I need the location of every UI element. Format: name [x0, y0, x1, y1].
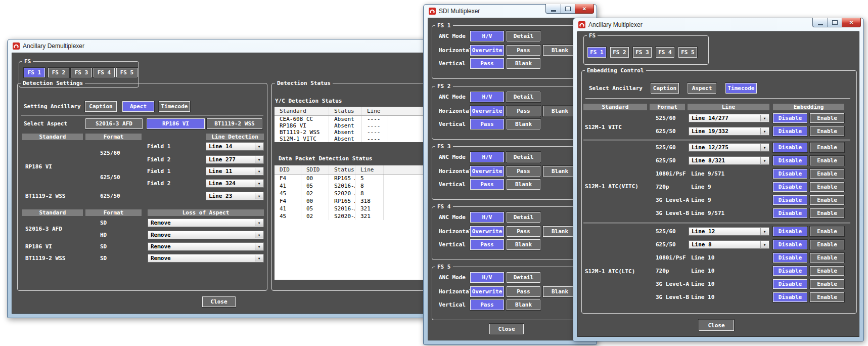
pass-button[interactable]: Pass: [470, 58, 504, 69]
detail-button[interactable]: Detail: [507, 152, 540, 162]
maximize-icon[interactable]: [561, 4, 575, 14]
detail-button[interactable]: Detail: [507, 92, 540, 102]
fs1-button[interactable]: FS 1: [587, 47, 606, 58]
detail-button[interactable]: Detail: [507, 31, 540, 41]
line-dropdown[interactable]: Line 277▼: [206, 155, 264, 164]
caption-button[interactable]: Caption: [85, 101, 117, 112]
close-icon[interactable]: ✕: [842, 18, 861, 27]
pass-button[interactable]: Pass: [507, 226, 540, 237]
loss-of-aspect-dropdown[interactable]: Remove▼: [148, 231, 264, 239]
blank-button[interactable]: Blank: [543, 166, 577, 177]
line-dropdown[interactable]: Line 12▼: [689, 227, 769, 236]
disable-button[interactable]: Disable: [773, 113, 807, 123]
blank-button[interactable]: Blank: [543, 106, 577, 116]
enable-button[interactable]: Enable: [810, 279, 844, 289]
enable-button[interactable]: Enable: [810, 156, 844, 165]
pass-button[interactable]: Pass: [507, 166, 540, 177]
fs3-button[interactable]: FS 3: [633, 47, 652, 58]
overwrite-button[interactable]: Overwrite: [470, 286, 504, 297]
disable-button[interactable]: Disable: [773, 169, 807, 179]
overwrite-button[interactable]: Overwrite: [470, 166, 504, 177]
pass-button[interactable]: Pass: [507, 286, 540, 297]
close-icon[interactable]: ✕: [575, 4, 594, 14]
line-dropdown[interactable]: Line 11▼: [206, 167, 264, 176]
enable-button[interactable]: Enable: [810, 227, 844, 236]
fs2-button[interactable]: FS 2: [48, 68, 69, 77]
bt1119-2-wss-button[interactable]: BT1119-2 WSS: [207, 118, 262, 129]
close-button[interactable]: Close: [202, 296, 236, 307]
fs5-button[interactable]: FS 5: [678, 47, 697, 58]
line-dropdown[interactable]: Line 14▼: [206, 142, 264, 151]
hv-button[interactable]: H/V: [470, 31, 504, 41]
close-button[interactable]: Close: [489, 324, 524, 334]
fs2-button[interactable]: FS 2: [610, 47, 629, 58]
blank-button[interactable]: Blank: [507, 239, 540, 250]
line-dropdown[interactable]: Line 19/332▼: [689, 127, 769, 136]
enable-button[interactable]: Enable: [810, 182, 844, 192]
pass-button[interactable]: Pass: [507, 106, 540, 116]
blank-button[interactable]: Blank: [543, 45, 577, 56]
pass-button[interactable]: Pass: [470, 179, 504, 190]
pass-button[interactable]: Pass: [507, 45, 540, 56]
disable-button[interactable]: Disable: [773, 143, 807, 152]
line-dropdown[interactable]: Line 8/321▼: [689, 156, 769, 165]
disable-button[interactable]: Disable: [773, 240, 807, 249]
blank-button[interactable]: Blank: [507, 179, 540, 190]
fs4-button[interactable]: FS 4: [656, 47, 674, 58]
disable-button[interactable]: Disable: [773, 292, 807, 302]
timecode-button[interactable]: Timecode: [725, 83, 757, 94]
pass-button[interactable]: Pass: [470, 239, 504, 250]
disable-button[interactable]: Disable: [773, 253, 807, 263]
enable-button[interactable]: Enable: [810, 126, 844, 136]
disable-button[interactable]: Disable: [773, 266, 807, 276]
blank-button[interactable]: Blank: [507, 299, 540, 310]
blank-button[interactable]: Blank: [507, 119, 540, 129]
pass-button[interactable]: Pass: [470, 119, 504, 129]
loss-of-aspect-dropdown[interactable]: Remove▼: [148, 219, 264, 227]
disable-button[interactable]: Disable: [773, 279, 807, 289]
line-dropdown[interactable]: Line 8▼: [689, 240, 769, 249]
disable-button[interactable]: Disable: [773, 182, 807, 192]
blank-button[interactable]: Blank: [543, 226, 577, 237]
line-dropdown[interactable]: Line 23▼: [206, 192, 264, 200]
titlebar[interactable]: Ancillary Multiplexer ✕: [577, 18, 859, 31]
rp186-vi-button[interactable]: RP186 VI: [147, 118, 205, 129]
pass-button[interactable]: Pass: [470, 299, 504, 310]
overwrite-button[interactable]: Overwrite: [470, 45, 504, 56]
enable-button[interactable]: Enable: [810, 208, 844, 218]
line-dropdown[interactable]: Line 324▼: [206, 179, 264, 188]
hv-button[interactable]: H/V: [470, 92, 504, 102]
timecode-button[interactable]: Timecode: [159, 101, 190, 112]
loss-of-aspect-dropdown[interactable]: Remove▼: [148, 242, 264, 251]
line-dropdown[interactable]: Line 14/277▼: [689, 114, 769, 122]
fs4-button[interactable]: FS 4: [94, 68, 115, 77]
minimize-icon[interactable]: [812, 18, 828, 27]
disable-button[interactable]: Disable: [773, 126, 807, 136]
enable-button[interactable]: Enable: [810, 240, 844, 249]
disable-button[interactable]: Disable: [773, 208, 807, 218]
disable-button[interactable]: Disable: [773, 156, 807, 165]
line-dropdown[interactable]: Line 12/275▼: [689, 143, 769, 152]
hv-button[interactable]: H/V: [470, 272, 504, 283]
s2016-3-afd-button[interactable]: S2016-3 AFD: [85, 118, 143, 129]
caption-button[interactable]: Caption: [651, 83, 679, 94]
detail-button[interactable]: Detail: [507, 212, 540, 223]
minimize-icon[interactable]: [545, 4, 561, 14]
disable-button[interactable]: Disable: [773, 195, 807, 205]
enable-button[interactable]: Enable: [810, 113, 844, 123]
hv-button[interactable]: H/V: [470, 212, 504, 223]
enable-button[interactable]: Enable: [810, 292, 844, 302]
aspect-button[interactable]: Apect: [122, 101, 154, 112]
loss-of-aspect-dropdown[interactable]: Remove▼: [148, 254, 264, 263]
enable-button[interactable]: Enable: [810, 266, 844, 276]
detail-button[interactable]: Detail: [507, 272, 540, 283]
enable-button[interactable]: Enable: [810, 169, 844, 179]
hv-button[interactable]: H/V: [470, 152, 504, 162]
enable-button[interactable]: Enable: [810, 143, 844, 152]
fs1-button[interactable]: FS 1: [24, 68, 45, 77]
fs5-button[interactable]: FS 5: [116, 68, 138, 77]
titlebar[interactable]: SDI Multiplexer ✕: [428, 5, 592, 18]
enable-button[interactable]: Enable: [810, 253, 844, 263]
maximize-icon[interactable]: [828, 18, 842, 27]
aspect-button[interactable]: Aspect: [688, 83, 716, 94]
